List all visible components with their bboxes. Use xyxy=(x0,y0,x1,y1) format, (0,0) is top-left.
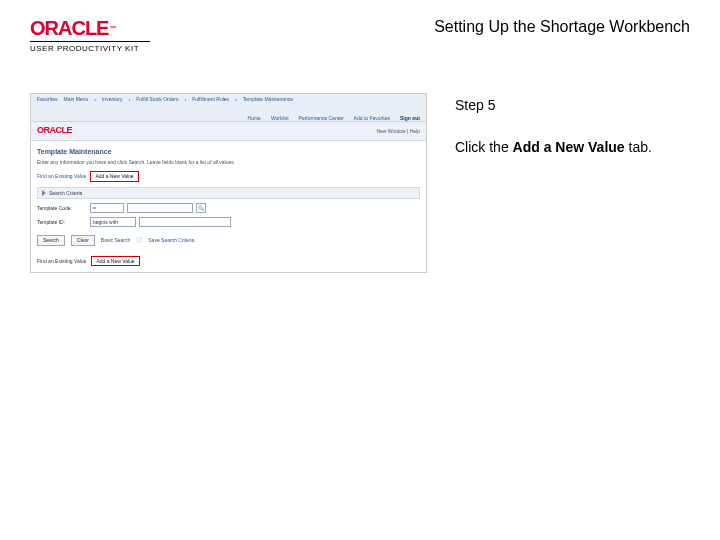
brand-subtitle: USER PRODUCTIVITY KIT xyxy=(30,44,150,53)
component-title: Template Maintenance xyxy=(37,147,420,156)
brand-divider xyxy=(30,41,150,42)
tab-add-new-value[interactable]: Add a New Value xyxy=(90,171,138,182)
template-code-label: Template Code: xyxy=(37,205,87,212)
oracle-logo: ORACLE ™ xyxy=(30,18,150,38)
save-icon: 📄 xyxy=(136,237,142,244)
top-link[interactable]: Worklist xyxy=(271,115,289,122)
breadcrumb-item[interactable]: Fulfillment Rules xyxy=(192,96,229,103)
breadcrumb-item[interactable]: Template Maintenance xyxy=(243,96,293,103)
breadcrumb-item[interactable]: Inventory xyxy=(102,96,123,103)
template-code-op[interactable]: = xyxy=(90,203,124,213)
search-button[interactable]: Search xyxy=(37,235,65,246)
top-link[interactable]: Performance Center xyxy=(299,115,344,122)
app-topbar: Favorites Main Menu› Inventory› Fulfill … xyxy=(31,94,426,122)
search-criteria-bar[interactable]: Search Criteria xyxy=(37,187,420,200)
oracle-logo-text: ORACLE xyxy=(30,18,108,38)
disclosure-triangle-icon xyxy=(42,190,46,196)
brand-block: ORACLE ™ USER PRODUCTIVITY KIT xyxy=(30,18,150,53)
template-id-op[interactable]: begins with xyxy=(90,217,136,227)
embedded-screenshot: Favorites Main Menu› Inventory› Fulfill … xyxy=(30,93,427,273)
search-criteria-label: Search Criteria xyxy=(49,190,82,197)
instruction-pre: Click the xyxy=(455,139,513,155)
template-id-input[interactable] xyxy=(139,217,231,227)
top-link[interactable]: Home xyxy=(248,115,261,122)
breadcrumb: Favorites Main Menu› Inventory› Fulfill … xyxy=(37,96,420,103)
top-links: Home Worklist Performance Center Add to … xyxy=(37,115,420,122)
signout-link[interactable]: Sign out xyxy=(400,115,420,122)
template-id-label: Template ID: xyxy=(37,219,87,226)
top-link[interactable]: Add to Favorites xyxy=(354,115,390,122)
window-links[interactable]: New Window | Help xyxy=(376,128,420,135)
instruction-post: tab. xyxy=(625,139,652,155)
template-code-select[interactable] xyxy=(127,203,193,213)
footer-find-link[interactable]: Find an Existing Value xyxy=(37,258,86,265)
instruction-text: Click the Add a New Value tab. xyxy=(455,139,690,155)
breadcrumb-item[interactable]: Main Menu xyxy=(64,96,89,103)
tab-find-existing[interactable]: Find an Existing Value xyxy=(37,173,86,180)
basic-search-link[interactable]: Basic Search xyxy=(101,237,130,244)
save-search-link[interactable]: Save Search Criteria xyxy=(148,237,194,244)
oracle-small-logo: ORACLE xyxy=(37,125,72,137)
breadcrumb-item[interactable]: Favorites xyxy=(37,96,58,103)
app-subbar: ORACLE New Window | Help xyxy=(31,122,426,141)
instruction-bold: Add a New Value xyxy=(513,139,625,155)
clear-button[interactable]: Clear xyxy=(71,235,95,246)
lookup-icon[interactable]: 🔍 xyxy=(196,203,206,213)
component-subtitle: Enter any information you have and click… xyxy=(37,159,420,166)
footer-add-chip[interactable]: Add a New Value xyxy=(91,256,139,267)
trademark-icon: ™ xyxy=(109,25,115,32)
step-label: Step 5 xyxy=(455,97,690,113)
page-title: Setting Up the Shortage Workbench xyxy=(434,18,690,36)
breadcrumb-item[interactable]: Fulfill Stock Orders xyxy=(136,96,178,103)
